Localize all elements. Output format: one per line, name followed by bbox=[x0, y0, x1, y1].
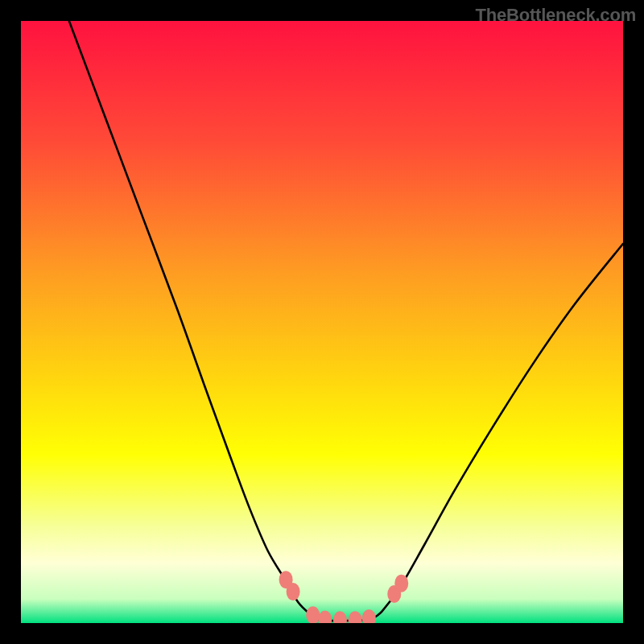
heat-gradient-background bbox=[21, 21, 623, 623]
bottleneck-marker bbox=[287, 583, 300, 601]
bottleneck-curve-chart bbox=[21, 21, 623, 623]
black-frame: TheBottleneck.com bbox=[0, 0, 644, 644]
attribution-label: TheBottleneck.com bbox=[475, 5, 636, 26]
plot-area bbox=[21, 21, 623, 623]
bottleneck-marker bbox=[394, 575, 408, 592]
